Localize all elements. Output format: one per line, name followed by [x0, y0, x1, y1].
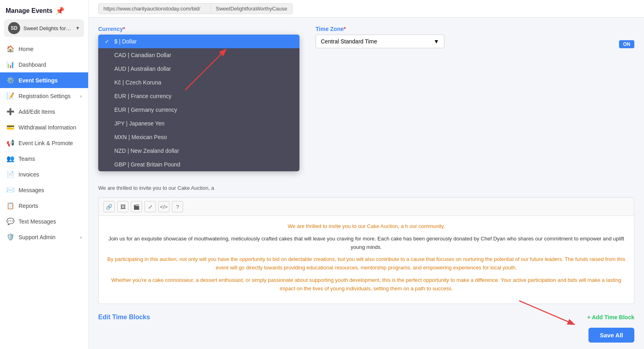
sidebar-item-label: Invoices — [19, 171, 39, 178]
pin-icon: 📌 — [56, 6, 64, 15]
sidebar-item-label: Reports — [19, 203, 38, 209]
withdrawal-icon: 💳 — [6, 123, 14, 131]
bottom-area: Save All — [89, 324, 644, 349]
chevron-right-icon-2: › — [80, 235, 82, 240]
avatar: SD — [8, 22, 20, 34]
top-bar: https://www.charityauctionstoday.com/bid… — [89, 0, 644, 18]
currency-option-mxn[interactable]: MXN | Mexican Peso — [98, 130, 299, 144]
messages-icon: ✉️ — [6, 186, 14, 194]
support-icon: 🛡️ — [6, 233, 14, 241]
toolbar-image-btn[interactable]: 🖼 — [117, 201, 128, 212]
org-name: Sweet Delights for a ... — [23, 25, 72, 31]
sidebar-item-add-edit-items[interactable]: ➕ Add/Edit Items — [0, 104, 88, 119]
sidebar-item-event-link-promote[interactable]: 📢 Event Link & Promote — [0, 135, 88, 151]
sidebar-item-support-admin[interactable]: 🛡️ Support Admin › — [0, 229, 88, 245]
currency-timezone-row: Currency* ✓ $ | Dollar CAD | Canadian Do… — [98, 26, 634, 48]
toolbar-help-btn[interactable]: ? — [172, 201, 183, 212]
sidebar-item-label: Teams — [19, 156, 35, 162]
editor-line-4: Whether you're a cake connoisseur, a des… — [105, 276, 627, 293]
promote-icon: 📢 — [6, 139, 14, 147]
sidebar-item-label: Event Settings — [19, 77, 58, 84]
editor-line-1: We are thrilled to invite you to our Cak… — [105, 222, 627, 231]
toggle-on-badge[interactable]: ON — [619, 40, 634, 48]
add-icon: ➕ — [6, 108, 14, 115]
sidebar-item-label: Event Link & Promote — [19, 140, 73, 146]
content-area: Currency* ✓ $ | Dollar CAD | Canadian Do… — [89, 18, 644, 324]
sidebar-item-label: Dashboard — [19, 62, 46, 68]
sidebar-item-label: Messages — [19, 187, 44, 193]
currency-option-usd[interactable]: ✓ $ | Dollar — [98, 35, 299, 48]
reports-icon: 📋 — [6, 202, 14, 209]
sidebar-item-label: Add/Edit Items — [19, 109, 55, 115]
sidebar-item-label: Text Messages — [19, 218, 56, 225]
sidebar-item-label: Home — [19, 46, 33, 52]
chevron-down-icon-tz: ▼ — [433, 38, 439, 45]
currency-option-gbp[interactable]: GBP | Great Britain Pound — [98, 158, 299, 171]
timezone-label: Time Zone* — [316, 26, 444, 32]
sidebar-item-text-messages[interactable]: 💬 Text Messages — [0, 214, 88, 229]
time-blocks-header: Edit Time Blocks + Add Time Block — [98, 314, 634, 321]
save-all-button[interactable]: Save All — [588, 328, 634, 343]
currency-option-nzd[interactable]: NZD | New Zealand dollar — [98, 144, 299, 158]
text-messages-icon: 💬 — [6, 218, 14, 225]
check-icon: ✓ — [105, 38, 111, 45]
editor-section: We are thrilled to invite you to our Cak… — [98, 185, 634, 304]
currency-label: Currency* — [98, 26, 299, 32]
url-base[interactable]: https://www.charityauctionstoday.com/bid… — [98, 3, 211, 14]
timezone-select[interactable]: Central Standard Time ▼ — [316, 35, 444, 48]
sidebar-item-home[interactable]: 🏠 Home — [0, 41, 88, 57]
sidebar-item-event-settings[interactable]: ⚙️ Event Settings — [0, 72, 88, 88]
main-content: https://www.charityauctionstoday.com/bid… — [89, 0, 644, 349]
timezone-value: Central Standard Time — [321, 38, 377, 45]
org-selector[interactable]: SD Sweet Delights for a ... ▼ — [4, 19, 84, 37]
toolbar-resize-btn[interactable]: ⤢ — [144, 201, 156, 212]
info-text: We are thrilled to invite you to our Cak… — [98, 185, 634, 191]
sidebar-item-messages[interactable]: ✉️ Messages — [0, 182, 88, 198]
currency-group: Currency* ✓ $ | Dollar CAD | Canadian Do… — [98, 26, 299, 35]
teams-icon: 👥 — [6, 155, 14, 162]
editor-line-2: Join us for an exquisite showcase of mou… — [105, 235, 627, 252]
sidebar-header: Manage Events 📌 — [0, 0, 88, 19]
sidebar-item-dashboard[interactable]: 📊 Dashboard — [0, 57, 88, 72]
toolbar-code-btn[interactable]: </> — [158, 201, 169, 212]
chevron-down-icon: ▼ — [75, 25, 80, 31]
dashboard-icon: 📊 — [6, 61, 14, 68]
settings-icon: ⚙️ — [6, 76, 14, 84]
currency-option-czk[interactable]: Kč | Czech Koruna — [98, 76, 299, 89]
sidebar-item-teams[interactable]: 👥 Teams — [0, 151, 88, 166]
sidebar-item-reports[interactable]: 📋 Reports — [0, 198, 88, 214]
sidebar: Manage Events 📌 SD Sweet Delights for a … — [0, 0, 89, 349]
toolbar-video-btn[interactable]: 🎬 — [131, 201, 142, 212]
editor-line-3: By participating in this auction, not on… — [105, 255, 627, 272]
sidebar-item-label: Withdrawal Information — [19, 124, 76, 131]
currency-option-jpy[interactable]: JPY | Japanese Yen — [98, 117, 299, 130]
currency-option-aud[interactable]: AUD | Australian dollar — [98, 62, 299, 76]
chevron-right-icon: › — [80, 94, 82, 99]
currency-option-eur-de[interactable]: EUR | Germany currency — [98, 103, 299, 117]
home-icon: 🏠 — [6, 45, 14, 53]
toolbar-link-btn[interactable]: 🔗 — [103, 201, 115, 212]
sidebar-item-withdrawal-information[interactable]: 💳 Withdrawal Information — [0, 119, 88, 135]
sidebar-item-registration-settings[interactable]: 📝 Registration Settings › — [0, 88, 88, 104]
sidebar-item-label: Support Admin — [19, 234, 56, 240]
currency-option-cad[interactable]: CAD | Canadian Dollar — [98, 48, 299, 62]
url-slug[interactable]: SweetDelightforaWorthyCause — [211, 3, 293, 14]
sidebar-item-invoices[interactable]: 📄 Invoices — [0, 166, 88, 182]
timezone-group: Time Zone* Central Standard Time ▼ — [316, 26, 444, 48]
registration-icon: 📝 — [6, 92, 14, 100]
sidebar-item-label: Registration Settings — [19, 93, 70, 99]
editor-toolbar: 🔗 🖼 🎬 ⤢ </> ? — [98, 197, 634, 216]
time-blocks-section: Edit Time Blocks + Add Time Block Time B… — [98, 314, 634, 324]
app-title: Manage Events — [6, 7, 52, 14]
currency-dropdown[interactable]: ✓ $ | Dollar CAD | Canadian Dollar AUD |… — [98, 35, 299, 171]
time-blocks-title: Edit Time Blocks — [98, 314, 150, 321]
editor-content[interactable]: We are thrilled to invite you to our Cak… — [98, 216, 634, 304]
currency-option-eur-fr[interactable]: EUR | France currency — [98, 89, 299, 103]
invoices-icon: 📄 — [6, 170, 14, 178]
add-time-block-button[interactable]: + Add Time Block — [587, 314, 634, 320]
